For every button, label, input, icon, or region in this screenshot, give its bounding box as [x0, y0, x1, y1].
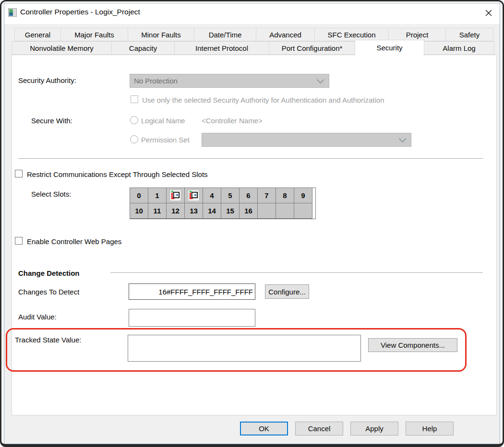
tab-label: SFC Execution — [327, 31, 375, 39]
tab-alarm-log[interactable]: Alarm Log — [424, 41, 494, 55]
permission-set-dropdown[interactable] — [202, 133, 411, 147]
tab-capacity[interactable]: Capacity — [111, 41, 175, 55]
tab-label: Port Configuration* — [282, 44, 343, 52]
ok-button[interactable]: OK — [240, 422, 288, 435]
tab-label: Security — [376, 44, 402, 52]
tab-label: Project — [406, 31, 429, 39]
tab-port-configuration[interactable]: Port Configuration* — [269, 41, 355, 55]
select-slots-grid: 0 1 — [130, 188, 316, 219]
tab-label: Internet Protocol — [195, 44, 248, 52]
audit-value-label: Audit Value: — [18, 313, 57, 321]
slot-13[interactable]: 13 — [185, 203, 203, 219]
tracked-state-value-label: Tracked State Value: — [15, 336, 81, 344]
view-components-button-label: View Components... — [381, 341, 445, 349]
tab-row-1: General Major Faults Minor Faults Date/T… — [14, 28, 493, 41]
view-components-button[interactable]: View Components... — [368, 338, 457, 352]
apply-button-label: Apply — [365, 424, 384, 433]
tab-label: Advanced — [269, 31, 301, 39]
cancel-button[interactable]: Cancel — [295, 422, 343, 435]
enable-web-pages-checkbox[interactable] — [15, 237, 23, 245]
slot-16[interactable]: 16 — [240, 203, 258, 219]
enable-web-pages-label: Enable Controller Web Pages — [27, 237, 121, 246]
changes-to-detect-label: Changes To Detect — [18, 288, 79, 296]
permission-set-radio[interactable] — [130, 135, 138, 143]
tracked-state-value-input[interactable] — [128, 335, 361, 362]
tab-label: Nonvolatile Memory — [30, 44, 94, 52]
controller-properties-dialog: Controller Properties - Logix_Project Ge… — [0, 0, 504, 447]
change-detection-divider — [110, 272, 483, 273]
tab-minor-faults[interactable]: Minor Faults — [128, 28, 194, 41]
help-button-label: Help — [422, 424, 437, 433]
audit-value-input[interactable] — [129, 309, 255, 327]
tab-row-2: Nonvolatile Memory Capacity Internet Pro… — [12, 41, 494, 55]
cancel-button-label: Cancel — [308, 424, 331, 433]
controller-properties-icon — [8, 8, 17, 17]
configure-button-label: Configure... — [268, 288, 306, 296]
use-only-authority-checkbox[interactable] — [131, 95, 138, 103]
slot-6[interactable]: 6 — [240, 188, 258, 203]
tab-label: Alarm Log — [443, 44, 475, 52]
slot-empty — [258, 203, 276, 219]
slot-0[interactable]: 0 — [130, 188, 148, 203]
change-detection-header: Change Detection — [18, 269, 80, 277]
slot-14[interactable]: 14 — [203, 203, 221, 219]
security-authority-value: No Protection — [134, 77, 178, 85]
configure-button[interactable]: Configure... — [265, 284, 309, 299]
permission-set-label: Permission Set — [141, 136, 190, 144]
tab-advanced[interactable]: Advanced — [256, 28, 315, 41]
slot-3[interactable] — [185, 188, 203, 203]
chevron-down-icon — [399, 135, 407, 143]
restrict-communications-label: Restrict Communications Except Through S… — [27, 170, 208, 178]
select-slots-label: Select Slots: — [31, 190, 71, 198]
slot-2[interactable] — [167, 188, 185, 203]
tab-label: Minor Faults — [141, 31, 181, 39]
logical-name-radio[interactable] — [130, 116, 138, 124]
tab-internet-protocol[interactable]: Internet Protocol — [174, 41, 269, 55]
tab-label: Capacity — [129, 44, 157, 52]
slot-11[interactable]: 11 — [148, 203, 167, 219]
tab-sfc-execution[interactable]: SFC Execution — [314, 28, 389, 41]
changes-to-detect-input[interactable] — [129, 283, 255, 300]
tab-security[interactable]: Security — [355, 40, 424, 55]
security-authority-dropdown[interactable]: No Protection — [130, 74, 329, 88]
restrict-communications-checkbox[interactable] — [15, 170, 23, 177]
chevron-down-icon — [317, 76, 324, 84]
tab-date-time[interactable]: Date/Time — [194, 28, 256, 41]
security-authority-label: Security Authority: — [18, 76, 76, 84]
slot-15[interactable]: 15 — [221, 203, 240, 219]
slot-empty — [276, 203, 294, 219]
close-icon[interactable] — [482, 6, 495, 20]
tab-project[interactable]: Project — [388, 28, 446, 41]
slot-10[interactable]: 10 — [130, 203, 148, 219]
slot-5[interactable]: 5 — [221, 188, 240, 203]
tab-nonvolatile-memory[interactable]: Nonvolatile Memory — [12, 41, 112, 55]
ok-button-label: OK — [259, 424, 269, 433]
slot-1[interactable]: 1 — [148, 188, 167, 203]
apply-button[interactable]: Apply — [350, 422, 398, 435]
tab-label: General — [25, 31, 50, 39]
controller-name-placeholder: <Controller Name> — [202, 117, 263, 125]
controller-module-icon — [170, 190, 180, 200]
slots-cells: 0 1 — [130, 188, 312, 219]
slot-4[interactable]: 4 — [203, 188, 221, 203]
tab-label: Major Faults — [74, 31, 114, 39]
slot-empty — [294, 203, 312, 219]
help-button[interactable]: Help — [406, 422, 454, 435]
tab-general[interactable]: General — [14, 28, 61, 41]
tab-label: Date/Time — [209, 31, 242, 39]
slot-7[interactable]: 7 — [258, 188, 276, 203]
controller-module-icon — [189, 190, 199, 200]
tab-major-faults[interactable]: Major Faults — [60, 28, 128, 41]
tab-label: Safety — [459, 31, 480, 39]
window-title: Controller Properties - Logix_Project — [20, 8, 140, 16]
slots-grid-gutter — [312, 188, 315, 219]
logical-name-label: Logical Name — [141, 117, 185, 125]
section-divider — [18, 158, 483, 159]
slot-9[interactable]: 9 — [294, 188, 312, 203]
slot-8[interactable]: 8 — [276, 188, 294, 203]
slot-12[interactable]: 12 — [167, 203, 185, 219]
use-only-authority-label: Use only the selected Security Authority… — [142, 96, 384, 104]
secure-with-label: Secure With: — [31, 117, 72, 125]
tab-safety[interactable]: Safety — [445, 28, 493, 41]
